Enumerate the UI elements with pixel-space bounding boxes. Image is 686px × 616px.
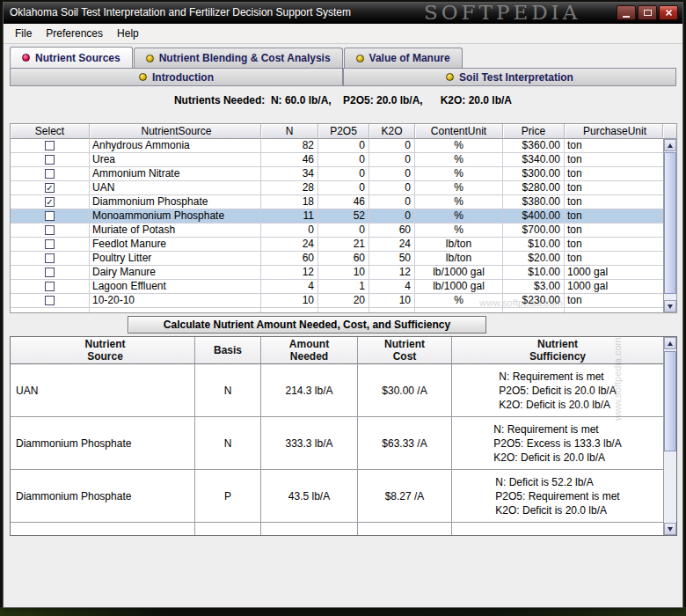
nutrient-sources-table: Select NutrientSource N P2O5 K2O Content… xyxy=(10,123,677,313)
cell-purchase-unit: 1000 gal xyxy=(565,266,663,280)
source-row[interactable]: 10-20-10102010%$230.00ton xyxy=(11,294,663,308)
cell-price: $300.00 xyxy=(503,167,565,181)
arrow-down-icon xyxy=(668,527,673,532)
tab-label: Introduction xyxy=(152,71,214,84)
row-checkbox[interactable] xyxy=(45,155,55,165)
calc-row[interactable]: Diammonium PhosphateN333.3 lb/A$63.33 /A… xyxy=(11,417,663,470)
source-row[interactable]: Feedlot Manure242124lb/ton$10.00ton xyxy=(11,238,663,252)
tab-nutrient-sources[interactable]: Nutrient Sources xyxy=(10,47,133,68)
tab-dot-icon xyxy=(446,73,454,81)
select-cell xyxy=(11,238,90,252)
app-window: SOFTPEDIA Oklahoma Soil Test Interpretat… xyxy=(3,2,683,608)
scroll-thumb[interactable] xyxy=(664,351,676,451)
tab-nutrient-blending[interactable]: Nutrient Blending & Cost Analysis xyxy=(134,48,343,68)
sources-table-scrollbar[interactable] xyxy=(663,139,676,312)
row-checkbox[interactable] xyxy=(45,169,55,179)
menu-help[interactable]: Help xyxy=(110,25,146,42)
close-button[interactable] xyxy=(659,5,678,20)
column-header-contentunit: ContentUnit xyxy=(415,124,503,139)
source-row[interactable]: Poultry Litter606050lb/ton$20.00ton xyxy=(11,252,663,266)
select-cell xyxy=(11,167,90,181)
source-row[interactable]: Lagoon Effluent414lb/1000 gal$3.001000 g… xyxy=(11,280,663,294)
cell-n: 10 xyxy=(261,294,318,308)
calculate-button[interactable]: Calculate Nutrient Amount Needed, Cost, … xyxy=(128,316,486,334)
cell-p2o5: 21 xyxy=(318,238,369,252)
minimize-button[interactable] xyxy=(617,5,636,20)
calc-row[interactable]: Diammonium PhosphateP43.5 lb/A$8.27 /AN:… xyxy=(11,470,663,523)
column-header-nutrient-cost: Nutrient Cost xyxy=(358,337,452,364)
tab-soil-test-interpretation[interactable]: Soil Test Interpretation xyxy=(343,68,676,86)
cell-purchase-unit: ton xyxy=(565,294,663,308)
maximize-button[interactable] xyxy=(638,5,657,20)
cell-nutrient-source: Muriate of Potash xyxy=(90,224,261,238)
window-title: Oklahoma Soil Test Interpretation and Fe… xyxy=(10,3,351,23)
title-bar[interactable]: SOFTPEDIA Oklahoma Soil Test Interpretat… xyxy=(4,3,682,24)
menu-file[interactable]: File xyxy=(8,25,39,42)
source-row[interactable]: Dairy Manure121012lb/1000 gal$10.001000 … xyxy=(11,266,663,280)
cell-k2o: 4 xyxy=(369,280,415,294)
scroll-track[interactable] xyxy=(664,349,676,523)
source-row[interactable]: ✓UAN2800%$280.00ton xyxy=(11,181,663,195)
calc-table-header: Nutrient Source Basis Amount Needed Nutr… xyxy=(11,337,663,364)
row-checkbox[interactable] xyxy=(45,253,55,263)
cell-content-unit: lb/1000 gal xyxy=(415,280,503,294)
cell-content-unit: % xyxy=(415,139,503,153)
source-row[interactable]: Urea4600%$340.00ton xyxy=(11,153,663,167)
tab-introduction[interactable]: Introduction xyxy=(10,68,343,86)
sources-table-rows: Anhydrous Ammonia8200%$360.00tonUrea4600… xyxy=(11,139,663,312)
row-checkbox[interactable] xyxy=(45,296,55,305)
cell-content-unit: % xyxy=(415,153,503,167)
tab-dot-icon xyxy=(139,73,147,81)
cell-k2o: 50 xyxy=(369,252,415,266)
source-row[interactable]: Anhydrous Ammonia8200%$360.00ton xyxy=(11,139,663,153)
row-checkbox[interactable] xyxy=(45,282,55,291)
row-checkbox[interactable] xyxy=(45,211,55,221)
menu-preferences[interactable]: Preferences xyxy=(39,25,110,42)
source-row[interactable]: Muriate of Potash0060%$700.00ton xyxy=(11,224,663,238)
cell-price: $340.00 xyxy=(503,153,565,167)
select-cell xyxy=(11,266,90,280)
tab-value-of-manure[interactable]: Value of Manure xyxy=(344,48,463,68)
calc-row[interactable]: UANN214.3 lb/A$30.00 /AN: Requirement is… xyxy=(11,364,663,417)
row-checkbox[interactable] xyxy=(45,268,55,277)
empty-cell xyxy=(11,308,90,312)
column-header-nutrient-source: Nutrient Source xyxy=(11,337,195,364)
cell-purchase-unit: ton xyxy=(565,224,663,238)
cell-price: $3.00 xyxy=(503,280,565,294)
scroll-up-button[interactable] xyxy=(664,139,676,151)
row-checkbox[interactable] xyxy=(45,141,55,150)
cell-p2o5: 60 xyxy=(318,252,369,266)
cell-k2o: 0 xyxy=(369,209,415,224)
cell-nutrient-source: Ammonium Nitrate xyxy=(90,167,261,181)
empty-cell xyxy=(503,308,565,312)
row-checkbox[interactable] xyxy=(45,239,55,249)
close-icon xyxy=(665,9,673,17)
row-checkbox[interactable]: ✓ xyxy=(45,183,55,193)
scroll-thumb[interactable] xyxy=(664,152,676,294)
cell-content-unit: % xyxy=(415,224,503,238)
cell-p2o5: 0 xyxy=(318,224,369,238)
cell-source: Diammonium Phosphate xyxy=(11,470,195,523)
tab-label: Nutrient Blending & Cost Analysis xyxy=(159,52,331,64)
source-row[interactable]: ✓Diammonium Phosphate18460%$380.00ton xyxy=(11,195,663,209)
column-header-amount-needed: Amount Needed xyxy=(261,337,358,364)
cell-n: 28 xyxy=(261,181,318,195)
scroll-up-button[interactable] xyxy=(664,337,676,349)
cell-price: $280.00 xyxy=(503,181,565,195)
row-checkbox[interactable]: ✓ xyxy=(45,197,55,207)
window-controls xyxy=(617,5,678,20)
cell-p2o5: 10 xyxy=(318,266,369,280)
cell-content-unit: % xyxy=(415,209,503,224)
softpedia-logo: SOFTPEDIA xyxy=(424,1,580,24)
calc-table-scrollbar[interactable] xyxy=(663,337,676,535)
cell-p2o5: 0 xyxy=(318,153,369,167)
scroll-down-button[interactable] xyxy=(664,300,676,312)
empty-cell xyxy=(565,308,663,312)
empty-cell xyxy=(261,523,358,535)
row-checkbox[interactable] xyxy=(45,225,55,235)
cell-purchase-unit: ton xyxy=(565,252,663,266)
scroll-track[interactable] xyxy=(664,151,676,300)
scroll-down-button[interactable] xyxy=(664,523,676,535)
source-row[interactable]: Monoammonium Phosphate11520%$400.00ton xyxy=(11,209,663,224)
source-row[interactable]: Ammonium Nitrate3400%$300.00ton xyxy=(11,167,663,181)
